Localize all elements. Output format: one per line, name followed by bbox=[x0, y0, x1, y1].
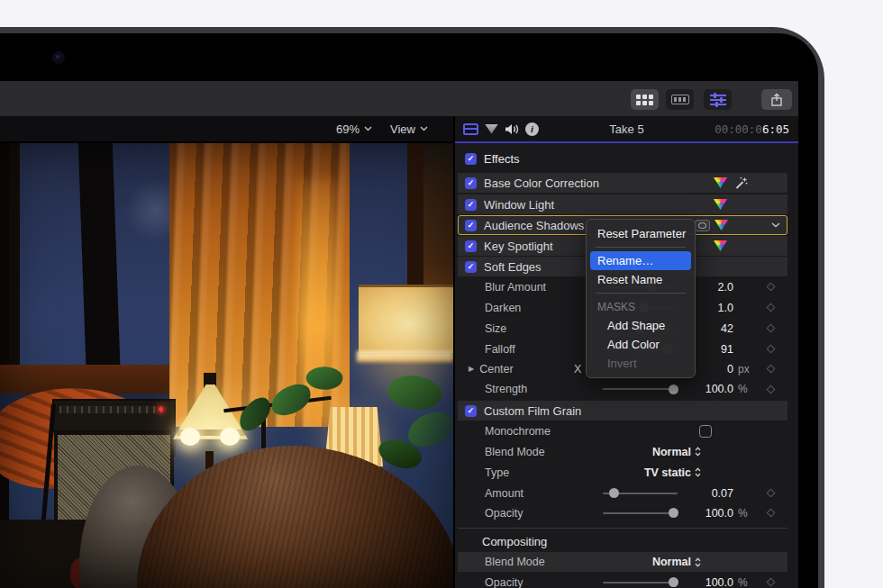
param-value[interactable]: 100.0 bbox=[678, 507, 733, 520]
zoom-level-value: 69% bbox=[336, 122, 360, 136]
param-label: Center bbox=[479, 363, 514, 375]
chevron-down-icon[interactable] bbox=[771, 222, 780, 228]
effect-checkbox[interactable]: ✓ bbox=[465, 240, 477, 252]
monochrome-checkbox[interactable] bbox=[699, 425, 712, 438]
camera-dot bbox=[52, 51, 65, 64]
effect-checkbox[interactable]: ✓ bbox=[465, 199, 477, 211]
keyframe-diamond-icon[interactable] bbox=[766, 489, 775, 498]
effect-checkbox[interactable]: ✓ bbox=[465, 177, 477, 189]
keyframe-diamond-icon[interactable] bbox=[766, 324, 775, 333]
slider-thumb[interactable] bbox=[669, 508, 678, 518]
slider-thumb[interactable] bbox=[669, 577, 678, 587]
opacity-slider[interactable] bbox=[603, 512, 678, 514]
video-viewer-canvas[interactable] bbox=[0, 143, 453, 588]
param-value[interactable]: 100.0 bbox=[678, 383, 733, 395]
color-board-icon[interactable] bbox=[714, 240, 727, 251]
inspector-header: i Take 5 00:00:06:05 bbox=[455, 116, 798, 141]
compositing-blend-mode-popup[interactable]: Normal bbox=[652, 556, 701, 568]
app-toolbar bbox=[0, 81, 798, 116]
page: 69% View i Take 5 00:00:06:05 bbox=[0, 0, 883, 588]
param-label: Opacity bbox=[485, 576, 523, 588]
menu-item-rename[interactable]: Rename… bbox=[590, 251, 691, 270]
amount-slider[interactable] bbox=[603, 493, 678, 494]
effect-label: Custom Film Grain bbox=[484, 404, 581, 418]
menu-separator bbox=[596, 293, 686, 294]
view-menu-dropdown[interactable]: View bbox=[390, 122, 428, 136]
effect-row-base-color-correction[interactable]: ✓ Base Color Correction bbox=[458, 173, 787, 193]
popup-chevrons-icon bbox=[695, 467, 701, 477]
keyframe-diamond-icon[interactable] bbox=[766, 303, 775, 312]
keyframe-diamond-icon[interactable] bbox=[766, 283, 775, 292]
chevron-down-icon bbox=[364, 126, 372, 131]
param-unit: % bbox=[733, 507, 757, 520]
popup-chevrons-icon bbox=[695, 557, 701, 567]
effect-row-window-light[interactable]: ✓ Window Light bbox=[458, 194, 787, 214]
keyframe-diamond-icon[interactable] bbox=[766, 345, 775, 354]
param-label: Falloff bbox=[485, 343, 515, 356]
chevron-down-icon bbox=[420, 126, 428, 131]
keyframe-diamond-icon[interactable] bbox=[766, 578, 775, 587]
compositing-section-header: Compositing bbox=[458, 532, 787, 550]
shape-mask-icon[interactable] bbox=[695, 220, 710, 231]
check-icon: ✓ bbox=[468, 200, 475, 209]
type-popup[interactable]: TV static bbox=[644, 466, 701, 479]
share-button[interactable] bbox=[761, 89, 792, 110]
effect-row-custom-film-grain[interactable]: ✓ Custom Film Grain bbox=[458, 401, 787, 421]
effects-checkbox[interactable]: ✓ bbox=[465, 153, 477, 165]
magic-wand-icon[interactable] bbox=[734, 176, 748, 190]
param-row-compositing-blend-mode: Blend Mode Normal bbox=[458, 552, 787, 572]
effects-section-label: Effects bbox=[484, 152, 520, 166]
effect-checkbox[interactable]: ✓ bbox=[465, 220, 477, 231]
param-row-amount: Amount 0.07 bbox=[458, 484, 787, 502]
param-label: Type bbox=[485, 466, 509, 479]
param-label: Blur Amount bbox=[485, 281, 546, 294]
timeline-toggle-button[interactable] bbox=[666, 89, 694, 110]
menu-separator bbox=[596, 247, 686, 248]
popup-value: Normal bbox=[652, 556, 691, 568]
param-unit: px bbox=[733, 363, 757, 375]
check-icon: ✓ bbox=[468, 154, 475, 163]
sliders-icon bbox=[710, 94, 726, 105]
param-row-strength: Strength 100.0 % bbox=[458, 380, 787, 398]
view-menu-label: View bbox=[390, 122, 415, 136]
disclosure-triangle-icon[interactable]: ▶ bbox=[469, 365, 474, 373]
filmstrip-icon bbox=[671, 95, 689, 104]
compositing-opacity-slider[interactable] bbox=[603, 582, 678, 583]
param-label: Amount bbox=[485, 487, 523, 500]
param-row-opacity: Opacity 100.0 % bbox=[458, 503, 787, 522]
effect-label: Key Spotlight bbox=[484, 240, 553, 253]
param-row-type: Type TV static bbox=[458, 463, 787, 482]
effect-label: Audience Shadows bbox=[484, 219, 584, 232]
param-value[interactable]: 0.07 bbox=[678, 487, 733, 500]
timecode-bright: 6:05 bbox=[762, 122, 789, 136]
menu-item-add-color[interactable]: Add Color bbox=[587, 335, 695, 354]
menu-item-reset-parameter[interactable]: Reset Parameter bbox=[587, 224, 695, 243]
slider-thumb[interactable] bbox=[609, 488, 619, 498]
menu-item-add-shape[interactable]: Add Shape bbox=[587, 316, 695, 335]
param-value[interactable]: 100.0 bbox=[678, 576, 733, 588]
menu-item-reset-name[interactable]: Reset Name bbox=[587, 270, 695, 289]
color-board-icon[interactable] bbox=[714, 199, 727, 210]
keyframe-diamond-icon[interactable] bbox=[766, 509, 775, 518]
zoom-level-dropdown[interactable]: 69% bbox=[336, 122, 372, 136]
browser-toggle-button[interactable] bbox=[631, 89, 659, 110]
keyframe-diamond-icon[interactable] bbox=[766, 384, 775, 394]
effect-checkbox[interactable]: ✓ bbox=[465, 405, 477, 417]
param-unit: % bbox=[733, 576, 757, 588]
color-board-icon[interactable] bbox=[714, 177, 727, 188]
effect-context-menu: Reset Parameter Rename… Reset Name MASKS… bbox=[586, 219, 696, 378]
vignette bbox=[0, 143, 453, 588]
param-label: Strength bbox=[485, 383, 527, 395]
slider-thumb[interactable] bbox=[669, 384, 678, 394]
blend-mode-popup[interactable]: Normal bbox=[652, 446, 701, 458]
strength-slider[interactable] bbox=[603, 388, 678, 390]
check-icon: ✓ bbox=[468, 221, 475, 230]
param-row-monochrome: Monochrome bbox=[458, 421, 787, 440]
keyframe-diamond-icon[interactable] bbox=[766, 365, 775, 374]
popup-value: TV static bbox=[644, 466, 691, 479]
effect-checkbox[interactable]: ✓ bbox=[465, 261, 477, 273]
inspector-toggle-button[interactable] bbox=[704, 89, 732, 110]
color-board-icon[interactable] bbox=[715, 220, 728, 231]
param-label: Monochrome bbox=[485, 425, 551, 438]
effect-label: Soft Edges bbox=[484, 260, 542, 274]
